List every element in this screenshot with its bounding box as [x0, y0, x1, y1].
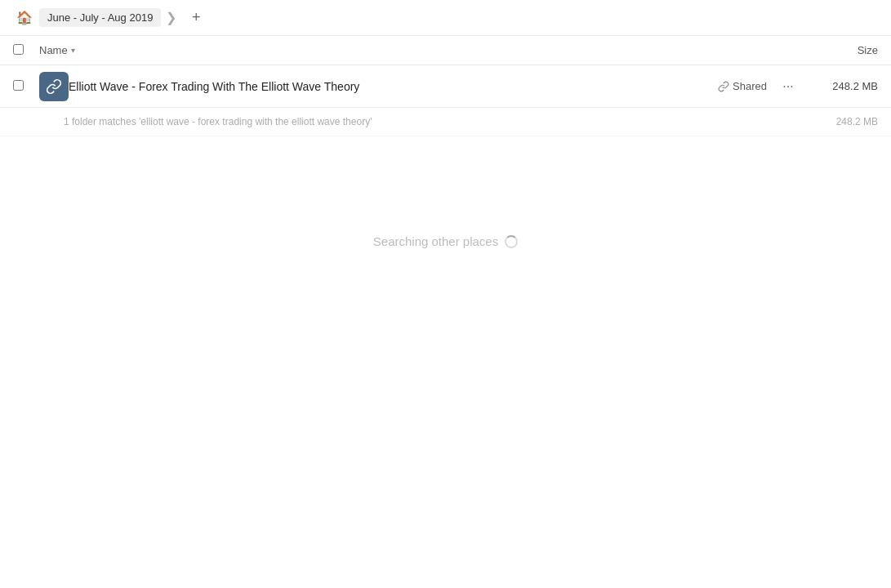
shared-badge: Shared — [718, 80, 767, 92]
name-column-header[interactable]: Name ▾ — [39, 44, 796, 56]
sort-icon: ▾ — [71, 46, 75, 55]
column-headers: Name ▾ Size — [0, 36, 891, 65]
back-button[interactable]: 🏠 — [13, 7, 36, 29]
select-all-checkbox-col — [13, 44, 39, 57]
match-info-text: 1 folder matches 'elliott wave - forex t… — [64, 116, 372, 127]
add-icon: + — [192, 9, 201, 26]
add-button[interactable]: + — [185, 7, 207, 29]
name-column-label: Name — [39, 44, 68, 56]
row-checkbox-col — [13, 80, 39, 93]
shared-label: Shared — [733, 80, 767, 92]
file-size: 248.2 MB — [813, 80, 878, 92]
match-info-row: 1 folder matches 'elliott wave - forex t… — [0, 108, 891, 136]
searching-section: Searching other places — [0, 136, 891, 346]
folder-shared-icon — [39, 72, 69, 101]
row-checkbox[interactable] — [13, 80, 24, 91]
breadcrumb: June - July - Aug 2019 — [39, 8, 161, 27]
loading-spinner — [505, 235, 518, 248]
table-row: Elliott Wave - Forex Trading With The El… — [0, 65, 891, 108]
file-name[interactable]: Elliott Wave - Forex Trading With The El… — [69, 80, 718, 93]
link-icon — [718, 81, 729, 92]
chevron-icon: ❯ — [166, 10, 176, 25]
match-info-size: 248.2 MB — [836, 116, 878, 127]
breadcrumb-item[interactable]: June - July - Aug 2019 — [39, 8, 161, 27]
more-icon: ··· — [782, 79, 793, 94]
header: 🏠 June - July - Aug 2019 ❯ + — [0, 0, 891, 36]
back-icon: 🏠 — [16, 10, 33, 25]
size-column-header[interactable]: Size — [796, 44, 878, 56]
searching-text: Searching other places — [373, 234, 498, 248]
select-all-checkbox[interactable] — [13, 44, 24, 55]
more-options-button[interactable]: ··· — [777, 75, 800, 98]
